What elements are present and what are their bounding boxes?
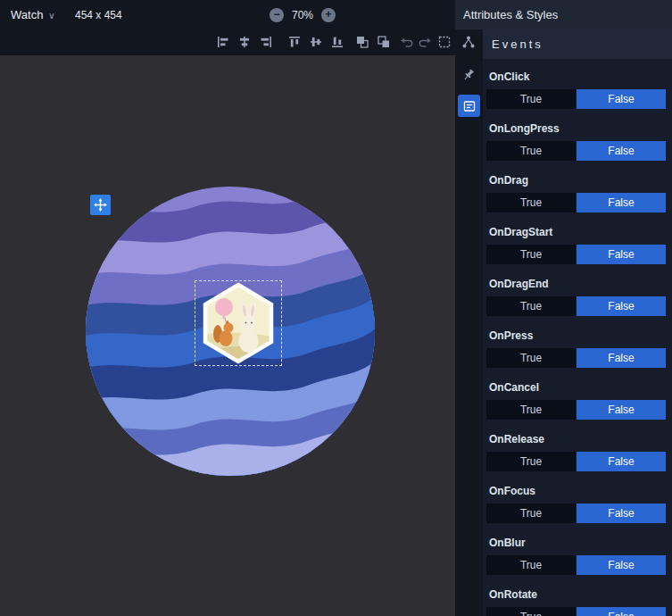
align-top-icon[interactable] bbox=[287, 35, 302, 49]
event-name: OnRotate bbox=[489, 587, 666, 602]
redo-icon[interactable] bbox=[418, 35, 432, 49]
bring-forward-icon[interactable] bbox=[377, 35, 391, 49]
design-canvas[interactable] bbox=[0, 55, 455, 616]
selection-box[interactable] bbox=[195, 280, 282, 366]
align-bottom-icon[interactable] bbox=[330, 35, 344, 49]
panel-icon-strip bbox=[455, 29, 483, 616]
event-true-button[interactable]: True bbox=[486, 245, 576, 264]
alignment-toolbar bbox=[0, 29, 455, 55]
align-left-icon[interactable] bbox=[216, 35, 230, 49]
event-false-button[interactable]: False bbox=[577, 89, 666, 109]
event-block: OnClick True False bbox=[483, 59, 672, 111]
event-name: OnDragStart bbox=[489, 225, 666, 239]
event-true-button[interactable]: True bbox=[486, 504, 576, 523]
event-name: OnRelease bbox=[489, 432, 666, 446]
zoom-level: 70% bbox=[292, 9, 313, 21]
top-bar: Watch ∨ 454 x 454 − 70% + Attributes & S… bbox=[0, 0, 672, 29]
events-panel: Events OnClick True False OnLongPress Tr… bbox=[483, 29, 672, 616]
move-arrows-icon bbox=[94, 198, 107, 212]
chevron-down-icon: ∨ bbox=[48, 11, 54, 21]
event-block: OnDragEnd True False bbox=[483, 266, 672, 318]
event-block: OnFocus True False bbox=[483, 473, 672, 525]
events-list: OnClick True False OnLongPress True Fals… bbox=[483, 59, 672, 616]
event-false-button[interactable]: False bbox=[577, 193, 666, 212]
watch-face-designer: Watch ∨ 454 x 454 − 70% + Attributes & S… bbox=[0, 0, 672, 616]
event-block: OnRotate True False bbox=[483, 577, 672, 616]
event-true-button[interactable]: True bbox=[486, 193, 576, 212]
event-false-button[interactable]: False bbox=[577, 141, 666, 161]
event-true-button[interactable]: True bbox=[486, 400, 576, 420]
events-section-title: Events bbox=[492, 37, 543, 51]
event-name: OnClick bbox=[489, 70, 666, 84]
attributes-styles-header: Attributes & Styles bbox=[455, 0, 672, 29]
event-name: OnFocus bbox=[489, 484, 666, 498]
align-right-icon[interactable] bbox=[259, 35, 273, 49]
zoom-out-icon[interactable]: − bbox=[270, 8, 284, 22]
panel-title: Attributes & Styles bbox=[463, 8, 558, 21]
event-name: OnLongPress bbox=[489, 121, 666, 136]
events-section-header: Events bbox=[483, 29, 672, 59]
event-true-button[interactable]: True bbox=[486, 89, 576, 109]
structure-icon[interactable] bbox=[461, 35, 476, 49]
event-block: OnRelease True False bbox=[483, 421, 672, 473]
event-true-button[interactable]: True bbox=[486, 348, 576, 368]
event-block: OnBlur True False bbox=[483, 525, 672, 577]
event-block: OnDragStart True False bbox=[483, 214, 672, 266]
event-false-button[interactable]: False bbox=[577, 452, 666, 471]
event-false-button[interactable]: False bbox=[577, 607, 666, 616]
align-center-horizontal-icon[interactable] bbox=[237, 35, 252, 49]
event-name: OnPress bbox=[489, 329, 666, 343]
device-label: Watch bbox=[11, 8, 43, 21]
event-false-button[interactable]: False bbox=[577, 504, 666, 523]
event-name: OnBlur bbox=[489, 536, 666, 550]
event-block: OnCancel True False bbox=[483, 370, 672, 421]
marquee-select-icon[interactable] bbox=[437, 35, 452, 49]
event-true-button[interactable]: True bbox=[486, 141, 576, 161]
events-panel-icon[interactable] bbox=[458, 95, 480, 117]
event-true-button[interactable]: True bbox=[486, 555, 576, 575]
event-false-button[interactable]: False bbox=[577, 400, 666, 420]
event-true-button[interactable]: True bbox=[486, 296, 576, 316]
event-block: OnPress True False bbox=[483, 318, 672, 370]
event-name: OnDrag bbox=[489, 173, 666, 187]
device-selector[interactable]: Watch ∨ bbox=[11, 0, 55, 29]
event-false-button[interactable]: False bbox=[577, 348, 666, 368]
event-name: OnCancel bbox=[489, 380, 666, 395]
event-true-button[interactable]: True bbox=[486, 452, 576, 471]
event-false-button[interactable]: False bbox=[577, 555, 666, 575]
event-false-button[interactable]: False bbox=[577, 296, 666, 316]
align-middle-vertical-icon[interactable] bbox=[309, 35, 323, 49]
hexagon-sticker[interactable] bbox=[201, 282, 276, 364]
event-true-button[interactable]: True bbox=[486, 607, 576, 616]
event-false-button[interactable]: False bbox=[577, 245, 666, 264]
zoom-in-icon[interactable]: + bbox=[321, 8, 336, 22]
event-block: OnDrag True False bbox=[483, 162, 672, 214]
send-backward-icon[interactable] bbox=[355, 35, 369, 49]
canvas-dimensions: 454 x 454 bbox=[75, 0, 122, 29]
move-handle[interactable] bbox=[90, 195, 111, 215]
event-block: OnLongPress True False bbox=[483, 111, 672, 162]
zoom-controls: − 70% + bbox=[270, 0, 336, 29]
event-name: OnDragEnd bbox=[489, 277, 666, 291]
pin-icon[interactable] bbox=[461, 68, 476, 82]
undo-icon[interactable] bbox=[400, 35, 414, 49]
